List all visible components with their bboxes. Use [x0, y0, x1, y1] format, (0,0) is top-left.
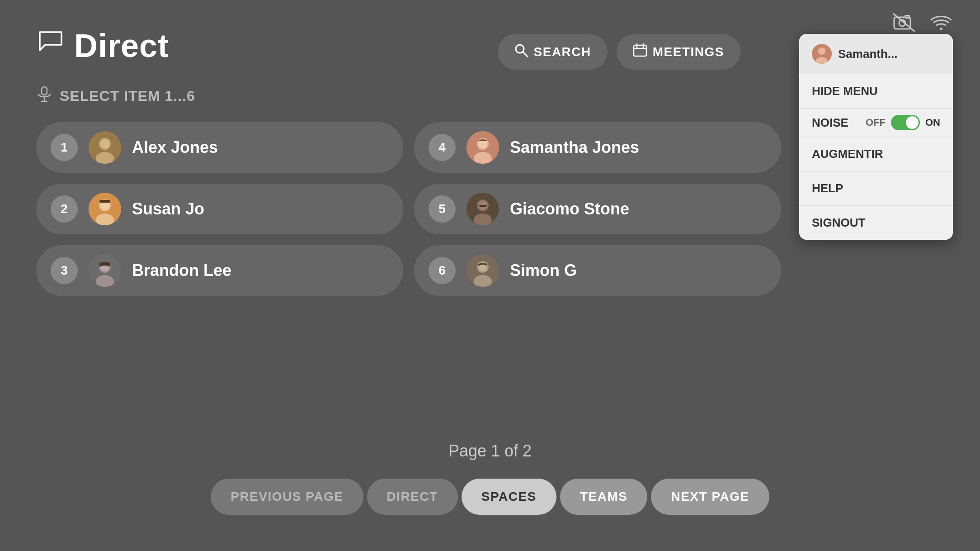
- svg-rect-26: [99, 200, 110, 203]
- noise-controls: OFF ON: [866, 115, 940, 130]
- search-button[interactable]: SEARCH: [498, 34, 608, 70]
- avatar: [466, 254, 499, 287]
- search-icon: [514, 43, 528, 61]
- signout-item[interactable]: SIGNOUT: [799, 206, 953, 240]
- noise-label: NOISE: [812, 116, 857, 130]
- dropdown-menu: Samanth... HIDE MENU NOISE OFF ON AUGMEN…: [799, 34, 953, 240]
- contact-number: 5: [429, 195, 456, 223]
- contact-name: Giacomo Stone: [510, 200, 629, 218]
- contact-name: Susan Jo: [132, 200, 204, 218]
- contact-item[interactable]: 4 Samantha Jones: [414, 122, 781, 173]
- system-icons: [892, 13, 953, 37]
- noise-on-label: ON: [925, 117, 940, 128]
- spaces-button[interactable]: SPACES: [462, 479, 556, 515]
- contacts-grid: 1 Alex Jones 4 Samantha Jones 2: [27, 122, 790, 296]
- svg-rect-7: [634, 45, 646, 56]
- page-title: Direct: [74, 27, 169, 64]
- direct-button[interactable]: DIRECT: [367, 479, 458, 515]
- help-item[interactable]: HELP: [799, 171, 953, 206]
- meetings-icon: [633, 43, 647, 61]
- header-actions: SEARCH MEETINGS: [498, 34, 740, 70]
- dropdown-user-avatar: [812, 44, 832, 64]
- noise-off-label: OFF: [866, 117, 886, 128]
- meetings-button[interactable]: MEETINGS: [617, 34, 740, 70]
- wifi-icon: [929, 13, 953, 37]
- hide-menu-item[interactable]: HIDE MENU: [799, 74, 953, 109]
- svg-rect-0: [894, 17, 910, 29]
- noise-toggle[interactable]: [891, 115, 920, 130]
- dropdown-user-header[interactable]: Samanth...: [799, 34, 953, 74]
- avatar: [89, 254, 121, 287]
- contact-number: 3: [51, 257, 78, 284]
- contact-item[interactable]: 5 Giacomo Stone: [414, 184, 781, 234]
- bottom-navigation: PREVIOUS PAGE DIRECT SPACES TEAMS NEXT P…: [0, 479, 980, 515]
- noise-row: NOISE OFF ON: [799, 109, 953, 137]
- contact-number: 2: [51, 195, 78, 223]
- contact-item[interactable]: 1 Alex Jones: [36, 122, 403, 173]
- page-indicator: Page 1 of 2: [0, 442, 980, 461]
- contact-number: 4: [429, 134, 456, 161]
- dropdown-username: Samanth...: [838, 47, 897, 61]
- contact-name: Brandon Lee: [132, 261, 231, 280]
- contact-name: Samantha Jones: [510, 138, 639, 157]
- select-subtitle: SELECT ITEM 1...6: [36, 86, 195, 106]
- teams-button[interactable]: TEAMS: [560, 479, 648, 515]
- direct-icon: [36, 28, 65, 63]
- contact-item[interactable]: 3 Brandon Lee: [36, 245, 403, 296]
- next-page-button[interactable]: NEXT PAGE: [651, 479, 769, 515]
- contact-item[interactable]: 2 Susan Jo: [36, 184, 403, 234]
- contact-item[interactable]: 6 Simon G: [414, 245, 781, 296]
- augmentir-item[interactable]: AUGMENTIR: [799, 137, 953, 171]
- avatar: [89, 131, 121, 164]
- mic-icon: [36, 86, 52, 106]
- svg-point-17: [100, 139, 109, 148]
- camera-off-icon: [892, 13, 916, 37]
- svg-point-40: [818, 48, 825, 55]
- contact-name: Alex Jones: [132, 138, 218, 157]
- svg-rect-11: [42, 87, 47, 95]
- contact-name: Simon G: [510, 261, 577, 280]
- contact-number: 1: [51, 134, 78, 161]
- previous-page-button[interactable]: PREVIOUS PAGE: [211, 479, 363, 515]
- svg-line-6: [523, 52, 528, 57]
- svg-point-4: [940, 28, 942, 30]
- avatar: [89, 193, 121, 225]
- contact-number: 6: [429, 257, 456, 284]
- avatar: [466, 131, 499, 164]
- avatar: [466, 193, 499, 225]
- page-header: Direct: [36, 27, 169, 64]
